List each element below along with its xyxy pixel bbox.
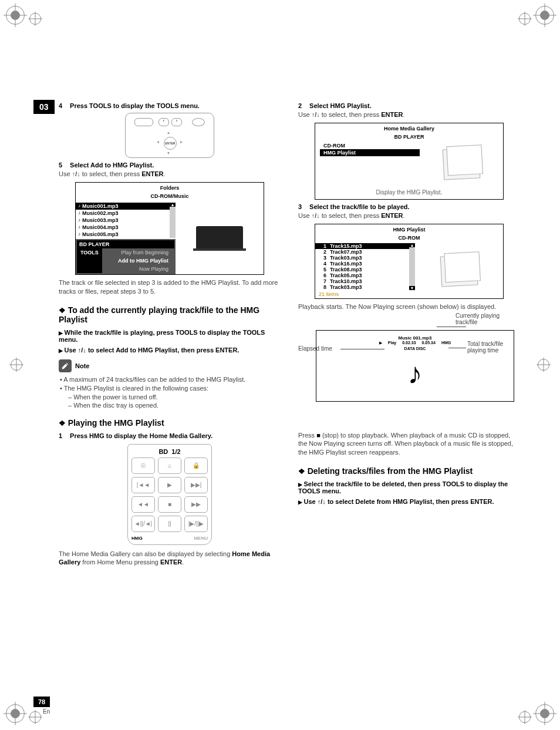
music-note-icon: ♪: [321, 356, 509, 391]
music-note-icon: ♪: [78, 210, 80, 216]
remote-button: ||: [158, 516, 181, 532]
list-item: ♪Music005.mp3: [76, 231, 170, 238]
step-2-body: Use ↑/↓ to select, then press ENTER.: [298, 110, 520, 119]
track-row: 2Track07.mp3: [315, 249, 409, 255]
updown-icon: ↑/↓: [72, 170, 80, 177]
music-note-icon: ♪: [78, 231, 80, 237]
left-column: 4 Press TOOLS to display the TOOLS menu.…: [59, 99, 281, 568]
step-3: 3 Select the track/file to be played.: [298, 203, 520, 210]
now-playing-screenshot: Music 001.mp3 ▶ Play 0.02.33 0.05.34 HMG…: [316, 330, 514, 402]
hmg-playlist-screenshot: HMG Playlist CD-ROM 1Track15.mp3 2Track0…: [315, 224, 504, 299]
after-remote-text: The Home Media Gallery can also be displ…: [59, 550, 281, 567]
music-note-icon: ♪: [78, 224, 80, 230]
track-list: 1Track15.mp3 2Track07.mp3 3Track03.mp3 4…: [315, 243, 409, 290]
remote-button: |◄◄: [131, 477, 155, 493]
remote-button: ⦾: [131, 457, 155, 474]
tools-menu: BD PLAYER TOOLS Play from Beginning Add …: [76, 239, 176, 274]
tab-hmg-playlist: HMG Playlist: [320, 149, 420, 156]
note-subitem-b: When the disc tray is opened.: [75, 402, 281, 409]
folder-image: [440, 254, 478, 287]
folders-sub: CD-ROM/Music: [76, 193, 264, 201]
note-item-2: The HMG Playlist is cleared in the follo…: [66, 385, 281, 392]
remote-button: ▶▶|: [184, 477, 208, 493]
step-1-hmg: 1 Press HMG to display the Home Media Ga…: [59, 432, 281, 439]
instruction-press-tools: While the track/file is playing, press T…: [59, 329, 281, 343]
track-row: 4Track16.mp3: [315, 261, 409, 267]
menu-option-selected: Add to HMG Playlist: [102, 257, 174, 265]
menu-option: Play from Beginning: [102, 248, 174, 257]
heading-add-playing: To add the currently playing track/file …: [59, 305, 281, 324]
track-row: 1Track15.mp3: [315, 243, 409, 249]
menu-option: Now Playing: [102, 265, 174, 273]
note-label: Note: [75, 362, 89, 369]
after-box2-text: Playback starts. The Now Playing screen …: [298, 302, 520, 311]
remote-button: ▶: [158, 477, 181, 493]
remote-button: 🔒: [184, 457, 208, 474]
annot-current: Currently playing track/file: [456, 312, 520, 325]
crop-mark-tl: [6, 6, 46, 26]
step-5-text: Select Add to HMG Playlist.: [70, 162, 154, 169]
right-column: 2 Select HMG Playlist. Use ↑/↓ to select…: [298, 99, 520, 568]
updown-icon: ↑/↓: [318, 498, 326, 505]
now-playing-track: Music 001.mp3: [321, 335, 509, 341]
remote-button: ■: [158, 496, 181, 513]
updown-icon: ↑/↓: [312, 212, 320, 219]
updown-icon: ↑/↓: [78, 347, 86, 354]
total-time: 0.05.34: [422, 341, 436, 345]
source-label: HMG: [441, 341, 451, 345]
remote-button: ⌂: [158, 457, 181, 474]
remote-button: |▶/||▶: [184, 516, 208, 532]
crop-mark-mr: [533, 359, 554, 372]
track-row: 6Track05.mp3: [315, 273, 409, 278]
folder-image: [443, 147, 481, 180]
remote-button: ◄◄: [131, 496, 155, 513]
instruction-delete-select: Select the track/file to be deleted, the…: [298, 480, 520, 494]
gallery-caption: Display the HMG Playlist.: [315, 186, 503, 199]
chapter-tab: 03: [33, 100, 55, 114]
note-block: Note: [59, 359, 281, 372]
instruction-select-add: Use ↑/↓ to select Add to HMG Playlist, t…: [59, 347, 281, 354]
step-5-body: Use ↑/↓ to select, then press ENTER.: [59, 170, 281, 179]
music-note-icon: ♪: [78, 217, 80, 223]
scroll-indicator: ▲: [170, 203, 176, 238]
scroll-indicator: ▲▼: [409, 243, 415, 290]
step-3-body: Use ↑/↓ to select, then press ENTER.: [298, 211, 520, 220]
step-4: 4 Press TOOLS to display the TOOLS menu.: [59, 102, 281, 109]
remote-button: ◄||/◄|: [131, 516, 155, 532]
hmg-button-label: HMG: [131, 536, 143, 541]
updown-icon: ↑/↓: [312, 111, 320, 118]
crop-mark-ml: [6, 359, 27, 372]
heading-playing-hmg: Playing the HMG Playlist: [59, 418, 281, 428]
list-item: ♪Music004.mp3: [76, 224, 170, 231]
remote-top-illustration: ‹ › ENTER ▴ ▾ ◂ ▸: [125, 113, 214, 158]
crop-mark-tr: [514, 6, 554, 26]
play-icon: ▶: [379, 341, 382, 345]
track-row: 5Track08.mp3: [315, 267, 409, 273]
heading-deleting: Deleting tracks/files from the HMG Playl…: [298, 466, 520, 476]
track-row: 7Track10.mp3: [315, 278, 409, 284]
enter-button: ENTER: [164, 137, 177, 150]
after-folders-text: The track or file selected in step 3 is …: [59, 278, 281, 296]
after-play-text: Press ■ (stop) to stop playback. When pl…: [298, 431, 520, 457]
gallery-screenshot: Home Media Gallery BD PLAYER CD-ROM HMG …: [315, 123, 504, 200]
music-note-icon: ♪: [78, 203, 80, 208]
elapsed-time: 0.02.33: [402, 341, 416, 345]
list-item: ♪Music003.mp3: [76, 217, 170, 224]
step-2: 2 Select HMG Playlist.: [298, 102, 520, 109]
stop-icon: ■: [316, 432, 321, 439]
list-item: ♪Music001.mp3: [76, 203, 170, 210]
folders-title: Folders: [76, 183, 264, 193]
track-row: 3Track03.mp3: [315, 255, 409, 261]
step-4-text: Press TOOLS to display the TOOLS menu.: [70, 102, 200, 109]
page-number: 78: [33, 697, 50, 707]
instruction-delete-confirm: Use ↑/↓ to select Delete from HMG Playli…: [298, 498, 520, 505]
list-item: ♪Music002.mp3: [76, 210, 170, 217]
remote-button: ▶▶: [184, 496, 208, 513]
item-count: 21 items: [315, 290, 415, 298]
step-5-num: 5: [59, 162, 68, 169]
step-4-num: 4: [59, 102, 68, 109]
menu-button-label: MENU: [194, 536, 208, 541]
remote-bd-illustration: BD 1/2 ⦾ ⌂ 🔒 |◄◄ ▶ ▶▶| ◄◄ ■ ▶▶ ◄||/◄| ||…: [127, 444, 212, 545]
step-5: 5 Select Add to HMG Playlist.: [59, 162, 281, 169]
device-image: [196, 226, 243, 250]
